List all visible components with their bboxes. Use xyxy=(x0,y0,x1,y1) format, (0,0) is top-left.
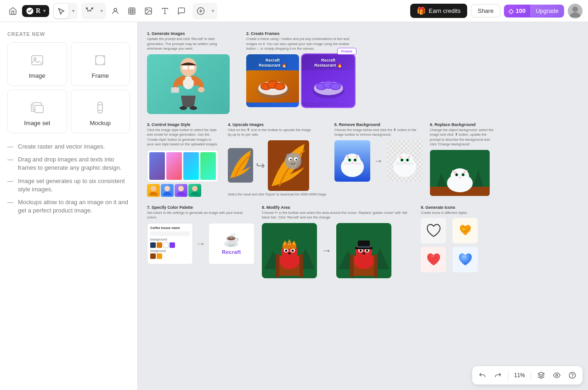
earn-credits-label: Earn credits xyxy=(429,7,460,14)
svg-point-89 xyxy=(459,177,461,178)
svg-point-64 xyxy=(354,159,356,161)
tool-group-select: ▾ xyxy=(53,3,78,19)
credits-value: 100 xyxy=(515,7,526,14)
svg-rect-3 xyxy=(129,8,135,14)
mockup-card-label: Mockup xyxy=(90,120,111,126)
earn-credits-button[interactable]: 🎁 Earn credits xyxy=(410,4,467,18)
zoom-label[interactable]: 11% xyxy=(511,372,528,379)
tutorial-section-4: 4. Upscale Images Click on the ⬆ icon in… xyxy=(228,122,327,197)
svg-point-31 xyxy=(190,106,197,110)
upgrade-button[interactable]: Upgrade xyxy=(530,5,564,17)
feature-text-3: Image set generates up to six consistent… xyxy=(18,177,130,194)
logo-text: R xyxy=(36,7,40,15)
svg-point-99 xyxy=(292,249,294,252)
svg-rect-12 xyxy=(32,56,43,65)
svg-point-104 xyxy=(291,243,293,245)
layers-button[interactable] xyxy=(534,368,548,383)
svg-point-49 xyxy=(164,186,170,191)
upgrade-label: Upgrade xyxy=(536,7,559,14)
share-button[interactable]: Share xyxy=(471,4,501,17)
tut6-desc: Change the object background: select the… xyxy=(430,128,494,147)
image-card-icon xyxy=(29,52,45,69)
tut3-portraits xyxy=(147,184,220,197)
icon-heart-red xyxy=(421,247,446,272)
home-button[interactable] xyxy=(6,4,20,18)
tut5-images: → xyxy=(334,140,423,182)
select-tool-button[interactable] xyxy=(54,4,68,18)
redo-button[interactable] xyxy=(491,368,505,383)
svg-point-65 xyxy=(351,162,353,163)
logo-button[interactable]: R ▾ xyxy=(22,5,49,17)
tut1-image xyxy=(147,54,230,114)
svg-point-2 xyxy=(114,8,117,11)
svg-point-88 xyxy=(462,173,464,176)
svg-rect-29 xyxy=(171,87,179,93)
tutorial-section-5: 5. Remove Background Choose the image be… xyxy=(334,122,423,197)
create-imageset-card[interactable]: Image set xyxy=(7,90,67,133)
svg-rect-93 xyxy=(300,254,303,277)
create-image-card[interactable]: Image xyxy=(7,42,67,86)
tut2-img1: RecraftRestaurant 🔥 xyxy=(246,54,299,107)
toolbar-divider-1 xyxy=(508,371,509,380)
tut9-title: 9. Generate Icons xyxy=(421,205,485,210)
vector-tool-button[interactable] xyxy=(82,4,97,18)
tut2-title: 2. Create Frames xyxy=(246,31,356,36)
tutorial-row-2: 3. Control Image Style Click the image s… xyxy=(147,122,579,197)
svg-point-13 xyxy=(34,58,36,60)
create-frame-card[interactable]: Frame xyxy=(71,42,130,86)
gift-icon: 🎁 xyxy=(417,6,426,15)
svg-rect-118 xyxy=(358,246,370,248)
text-tool-button[interactable] xyxy=(158,4,172,18)
svg-point-9 xyxy=(147,9,147,10)
tut7-desc: Set colors in the settings to generate a… xyxy=(147,211,246,220)
tutorial-section-1: 1. Generate Images Update the prompt and… xyxy=(147,31,239,114)
logo-chevron: ▾ xyxy=(43,8,45,13)
create-new-label: CREATE NEW xyxy=(7,31,130,37)
tutorial-section-6: 6. Replace Background Change the object … xyxy=(430,122,497,197)
credits-display[interactable]: ◇ 100 xyxy=(504,5,530,17)
svg-point-28 xyxy=(198,87,204,92)
svg-point-51 xyxy=(192,186,198,191)
tut8-images: → xyxy=(262,223,413,278)
tut1-title: 1. Generate Images xyxy=(147,31,239,36)
tutorial-row-3: 7. Specify Color Palette Set colors in t… xyxy=(147,205,579,278)
tutorial-section-2: 2. Create Frames Create a frame using □ … xyxy=(246,31,356,114)
user-avatar[interactable] xyxy=(568,4,582,18)
toolbar-left: R ▾ ▾ ▾ xyxy=(6,3,217,19)
image-tool-button[interactable] xyxy=(141,4,156,18)
visibility-button[interactable] xyxy=(549,368,564,383)
svg-point-1 xyxy=(92,7,93,9)
svg-point-100 xyxy=(288,252,291,254)
svg-point-50 xyxy=(178,186,184,191)
svg-point-114 xyxy=(366,249,368,252)
tut3-desc: Click the image style button to select t… xyxy=(147,128,218,147)
tutorial-board: 1. Generate Images Update the prompt and… xyxy=(147,31,579,381)
tut2-desc: Create a frame using □ button and put an… xyxy=(246,37,352,52)
svg-point-74 xyxy=(401,159,403,161)
select-tool-chevron[interactable]: ▾ xyxy=(69,4,77,18)
tut7-title: 7. Specify Color Palette xyxy=(147,205,254,210)
tutorial-row-1: 1. Generate Images Update the prompt and… xyxy=(147,31,579,114)
tutorial-section-3: 3. Control Image Style Click the image s… xyxy=(147,122,220,197)
svg-rect-92 xyxy=(276,254,279,277)
svg-point-0 xyxy=(86,7,88,9)
ai-tool-button[interactable] xyxy=(193,4,208,18)
svg-point-87 xyxy=(456,173,458,176)
feature-item-1: — Create raster and vector images. xyxy=(7,143,130,151)
undo-button[interactable] xyxy=(475,368,490,383)
svg-point-30 xyxy=(180,106,187,110)
svg-point-39 xyxy=(275,84,284,89)
diamond-icon: ◇ xyxy=(509,7,514,15)
help-button[interactable] xyxy=(565,368,580,383)
canvas-area[interactable]: 1. Generate Images Update the prompt and… xyxy=(138,22,588,390)
vector-chevron[interactable]: ▾ xyxy=(98,4,105,18)
ai-tool-chevron[interactable]: ▾ xyxy=(209,4,216,18)
svg-rect-107 xyxy=(350,254,354,277)
svg-rect-21 xyxy=(35,105,43,113)
frame-tool-button[interactable] xyxy=(124,4,139,18)
svg-point-57 xyxy=(290,159,292,161)
tut4-images: ↩ xyxy=(228,140,327,191)
create-mockup-card[interactable]: Mockup xyxy=(71,90,130,133)
comment-tool-button[interactable] xyxy=(174,4,189,18)
profile-tool-button[interactable] xyxy=(108,4,123,18)
